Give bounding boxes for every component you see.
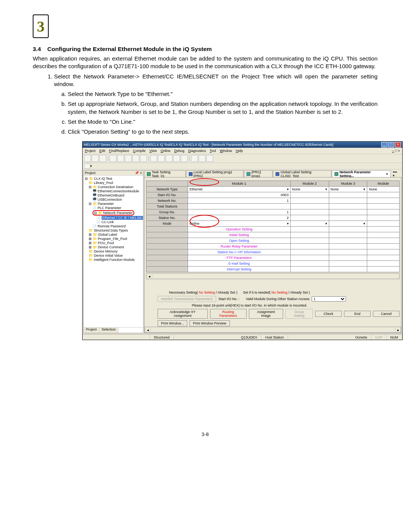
- link-email[interactable]: E-mail Setting: [188, 261, 291, 267]
- project-tree[interactable]: ⊟ 📁 CLX iQ Test 📁 Library_Pool ⊟ 📁 Conne…: [84, 176, 143, 327]
- link-open-setting[interactable]: Open Setting: [188, 238, 291, 244]
- tree-item[interactable]: Connection Destination: [98, 185, 133, 189]
- tree-item[interactable]: Device Initial Value: [94, 254, 123, 257]
- tab-nav[interactable]: ◂ ▸ ▾: [391, 170, 401, 177]
- link-station-ip[interactable]: Station No.<->IP Information: [188, 249, 291, 255]
- check-button[interactable]: Check: [315, 311, 342, 317]
- cancel-button[interactable]: Cancel: [373, 311, 400, 317]
- row-network-type: Network Type: [147, 187, 188, 192]
- tab-local-label[interactable]: Local Label Setting prog1 [PRG]: [186, 170, 244, 177]
- menu-compile[interactable]: Compile: [133, 149, 146, 153]
- link-operation-setting[interactable]: Operation Setting: [188, 227, 291, 232]
- pane-tab-project[interactable]: Project: [84, 328, 99, 333]
- toolbar-cut-icon[interactable]: [110, 155, 116, 162]
- child-window-controls[interactable]: – □ ×: [392, 149, 400, 153]
- cell-station-no-1[interactable]: 2: [188, 215, 291, 221]
- toolbar-find-icon[interactable]: [150, 155, 157, 162]
- link-interrupt[interactable]: Interrupt Setting: [188, 267, 291, 272]
- cell-network-type-1[interactable]: Ethernet ▾: [188, 187, 291, 192]
- maximize-button[interactable]: □: [388, 142, 394, 147]
- tree-item[interactable]: POU_Pool: [98, 241, 114, 245]
- tree-ethernet-selected[interactable]: Ethernet / CC IE / MELSECNET: [102, 216, 143, 220]
- tree-item[interactable]: Global Label: [98, 233, 117, 236]
- step-1-text: Select the Network Parameter-> Ethernet/…: [54, 73, 378, 87]
- tree-item[interactable]: Structured Data Types: [94, 228, 128, 232]
- print-preview-button[interactable]: Print Window Preview: [190, 320, 230, 326]
- toolbar-download-icon[interactable]: [173, 155, 180, 162]
- cell-network-type-4[interactable]: None: [367, 187, 400, 192]
- menu-window[interactable]: Window: [220, 149, 232, 153]
- cell-mode-1[interactable]: Online ▾: [188, 221, 291, 227]
- grid-hscroll[interactable]: ◂: [146, 273, 400, 279]
- step-1b: Set up appropriate Network, Group, and S…: [68, 100, 378, 116]
- tab-task-setting[interactable]: Task Setting Task_01: [144, 170, 186, 177]
- minimize-button[interactable]: _: [381, 142, 387, 147]
- tree-item[interactable]: CC-Link: [102, 220, 114, 224]
- tree-item[interactable]: USBConnection: [98, 198, 122, 201]
- toolbar-dropdown-icon[interactable]: ▾: [90, 164, 92, 168]
- cell-mode-3[interactable]: ▾: [329, 221, 367, 227]
- valid-module-select[interactable]: 1: [312, 296, 346, 302]
- link-ftp[interactable]: FTP Parameters: [188, 255, 291, 261]
- toolbar-copy-icon[interactable]: [117, 155, 124, 162]
- cell-network-type-3[interactable]: None ▾: [329, 187, 367, 192]
- menu-help[interactable]: Help: [236, 149, 243, 153]
- toolbar-new-icon[interactable]: [84, 155, 91, 162]
- ack-xy-button[interactable]: Acknowledge XY Assignment: [158, 309, 208, 319]
- routing-button[interactable]: Routing Parameters: [210, 309, 247, 319]
- pane-tab-selection[interactable]: Selection: [99, 328, 118, 333]
- tree-item[interactable]: Program_File_Pool: [98, 237, 127, 241]
- toolbar-save-icon[interactable]: [99, 155, 106, 162]
- tree-item[interactable]: Library_Pool: [94, 181, 113, 185]
- tree-item[interactable]: Remote Password: [98, 224, 126, 228]
- tree-item[interactable]: EthernetOnBoard: [98, 193, 124, 197]
- tree-network-parameter[interactable]: Network Parameter: [103, 211, 133, 215]
- toolbar-monitor-icon[interactable]: [191, 155, 198, 162]
- toolbar-build-icon[interactable]: [166, 155, 172, 162]
- close-button[interactable]: ×: [395, 142, 401, 147]
- tree-item[interactable]: EthernetConnectionModule: [98, 189, 139, 193]
- menu-edit[interactable]: Edit: [99, 149, 105, 153]
- tab-network-param[interactable]: Network Parameter Setting...×: [332, 170, 390, 177]
- toolbar-paste-icon[interactable]: [125, 155, 132, 162]
- menu-find-replace[interactable]: Find/Replace: [109, 149, 129, 153]
- menu-diagnostics[interactable]: Diagnostics: [188, 149, 206, 153]
- cell-mode-2[interactable]: ▾: [290, 221, 329, 227]
- form-hscroll[interactable]: ◂▸: [145, 327, 401, 333]
- tree-item[interactable]: Parameter: [98, 202, 114, 206]
- tree-item[interactable]: PLC Parameter: [98, 206, 121, 210]
- menu-project[interactable]: Project: [85, 149, 96, 153]
- tree-item[interactable]: Device Memory: [94, 249, 118, 253]
- status-num: NUM: [387, 334, 403, 340]
- cell-start-io-1[interactable]: 00E0: [188, 192, 291, 198]
- tree-root[interactable]: CLX iQ Test: [94, 177, 112, 181]
- cell-network-no-1[interactable]: 1: [188, 198, 291, 204]
- tab-global-label[interactable]: Global Label Setting CLXiQ_Test: [273, 170, 331, 177]
- menu-online[interactable]: Online: [161, 149, 170, 153]
- toolbar-simulate-icon[interactable]: [206, 155, 213, 162]
- toolbar-misc-icon[interactable]: [84, 163, 90, 169]
- link-router-relay[interactable]: Router Relay Parameter: [188, 244, 291, 249]
- cell-group-no-1[interactable]: 1: [188, 209, 291, 215]
- toolbar-open-icon[interactable]: [92, 155, 99, 162]
- toolbar-upload-icon[interactable]: [181, 155, 188, 162]
- tree-item[interactable]: Device Comment: [98, 245, 124, 249]
- tree-item[interactable]: Intelligent Function Module: [94, 258, 135, 262]
- toolbar-undo-icon[interactable]: [132, 155, 139, 162]
- assignment-button[interactable]: Assignment Image: [249, 309, 283, 319]
- section-title: 3.4 Configuring the External Ethernet Mo…: [33, 46, 378, 53]
- menu-view[interactable]: View: [150, 149, 157, 153]
- menu-tool[interactable]: Tool: [210, 149, 216, 153]
- project-pane-pin[interactable]: 📌 ×: [135, 171, 142, 175]
- link-initial-setting[interactable]: Initial Setting: [188, 232, 291, 238]
- end-button[interactable]: End: [344, 311, 371, 317]
- toolbar-compile-icon[interactable]: [158, 155, 165, 162]
- print-window-button[interactable]: Print Window...: [158, 320, 187, 326]
- toolbar-redo-icon[interactable]: [140, 155, 147, 162]
- cell-network-type-2[interactable]: None ▾: [290, 187, 329, 192]
- grid-corner: [147, 181, 188, 187]
- menu-debug[interactable]: Debug: [174, 149, 185, 153]
- toolbar-stop-icon[interactable]: [199, 155, 206, 162]
- tab-prg[interactable]: [PRG] prog1: [244, 170, 272, 177]
- legend-already: / Already Set ): [216, 291, 237, 294]
